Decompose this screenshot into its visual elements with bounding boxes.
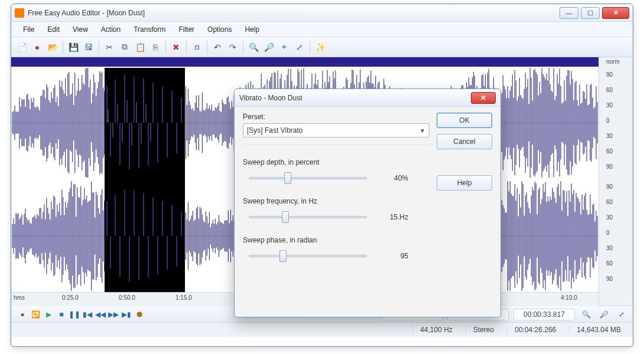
help-button[interactable]: Help [437,175,492,191]
record-button[interactable]: ● [16,308,29,321]
preset-value: [Sys] Fast Vibrato [247,126,303,135]
zoom-in-icon[interactable]: 🔍 [246,40,261,54]
pause-button[interactable]: ❚❚ [68,308,81,321]
menu-view[interactable]: View [67,24,94,35]
menu-action[interactable]: Action [95,24,126,35]
zoom-out-icon[interactable]: 🔎 [262,40,276,54]
window-controls: — ▢ ✕ [560,7,629,19]
menu-filter[interactable]: Filter [173,24,200,35]
zoom-fit-icon[interactable]: ⤢ [292,40,307,54]
toolbar-divider [310,41,310,54]
menu-bar: File Edit View Action Transform Filter O… [11,22,633,37]
toolbar-divider [63,41,63,54]
sweep-phase-value: 95 [379,252,408,260]
fx-icon[interactable]: ✨ [313,40,327,54]
menu-help[interactable]: Help [239,24,265,35]
toolbar-divider [207,41,207,54]
maximize-button[interactable]: ▢ [581,7,600,19]
status-length: 00:04:26.266 [507,326,563,334]
sweep-freq-value: 15.Hz [379,213,408,221]
title-bar[interactable]: Free Easy Audio Editor - [Moon Dust] — ▢… [11,4,633,22]
dialog-separator [243,145,430,145]
amplitude-ruler: norm 90 60 30 0 30 60 90 90 60 30 0 30 6… [599,57,633,306]
time-length: 00:00:33.817 [513,309,575,320]
undo-icon[interactable]: ↶ [210,40,225,54]
copy-icon[interactable]: ⧉ [118,40,132,54]
rewind-button[interactable]: ◀◀ [94,308,107,321]
menu-file[interactable]: File [17,24,40,35]
sweep-phase-label: Sweep phase, in radian [243,236,430,244]
menu-edit[interactable]: Edit [41,24,66,35]
paste-icon[interactable]: 📋 [133,40,147,54]
ruler-norm-label: norm [606,58,620,65]
sweep-freq-label: Sweep frequency, in Hz [243,197,430,205]
cancel-button[interactable]: Cancel [437,134,492,149]
toolbar-divider [99,41,99,54]
menu-transform[interactable]: Transform [128,24,171,35]
loop-button[interactable]: 🔁 [29,308,42,321]
minimize-button[interactable]: — [560,7,578,19]
vibrato-dialog[interactable]: Vibrato - Moon Dust ✕ Perset: [Sys] Fast… [234,88,501,317]
status-size: 14,643.04 MB [569,326,628,334]
toolbar-divider [186,41,187,54]
redo-icon[interactable]: ↷ [226,40,240,54]
new-icon[interactable]: 📄 [15,40,29,54]
app-icon [15,8,24,18]
menu-options[interactable]: Options [201,24,238,35]
chevron-down-icon: ▼ [419,127,425,134]
status-channels: Stereo [466,326,501,334]
toolbar-divider [243,41,243,54]
timeline-strip[interactable] [11,57,599,67]
dialog-title: Vibrato - Moon Dust [239,94,303,102]
save-icon[interactable]: 💾 [66,40,80,54]
delete-icon[interactable]: ✖ [169,40,183,54]
dialog-close-button[interactable]: ✕ [471,92,496,104]
marker-badge-icon[interactable]: ⬢ [133,308,146,321]
to-end-button[interactable]: ▶▮ [120,308,133,321]
paste-mix-icon[interactable]: ⎘ [148,40,162,54]
open-icon[interactable]: 📂 [45,40,60,54]
zoom-all-icon[interactable]: ⤢ [615,308,628,321]
time-unit-label: hms [14,294,25,301]
window-title: Free Easy Audio Editor - [Moon Dust] [28,9,145,17]
zoom-out-icon[interactable]: 🔎 [597,308,610,321]
sweep-depth-slider[interactable] [249,172,367,184]
zoom-sel-icon[interactable]: ⌖ [277,40,291,54]
preset-label: Perset: [243,113,430,121]
status-bar: 44,100 Hz Stereo 00:04:26.266 14,643.04 … [11,323,633,337]
selection-region[interactable] [105,68,185,292]
sweep-freq-slider[interactable] [249,211,367,223]
toolbar: 📄 ● 📂 💾 🖫 ✂ ⧉ 📋 ⎘ ✖ ⧈ ↶ ↷ 🔍 🔎 ⌖ ⤢ ✨ [11,37,633,57]
forward-button[interactable]: ▶▶ [107,308,120,321]
close-button[interactable]: ✕ [602,7,629,19]
sweep-depth-label: Sweep depth, in percent [243,158,430,166]
stop-button[interactable]: ■ [55,308,68,321]
cut-icon[interactable]: ✂ [102,40,116,54]
preset-select[interactable]: [Sys] Fast Vibrato ▼ [243,123,430,137]
save-as-icon[interactable]: 🖫 [82,40,96,54]
sweep-phase-slider[interactable] [249,250,367,262]
toolbar-divider [165,41,166,54]
sweep-depth-value: 40% [379,174,408,182]
zoom-in-icon[interactable]: 🔍 [580,308,593,321]
record-icon[interactable]: ● [30,40,44,54]
marker-icon[interactable]: ⧈ [190,40,204,54]
status-rate: 44,100 Hz [412,326,460,334]
to-start-button[interactable]: ▮◀ [81,308,94,321]
play-button[interactable]: ▶ [42,308,55,321]
svg-rect-28 [105,181,185,291]
svg-rect-0 [105,68,185,178]
ok-button[interactable]: OK [437,113,492,128]
dialog-title-bar[interactable]: Vibrato - Moon Dust ✕ [235,89,500,107]
